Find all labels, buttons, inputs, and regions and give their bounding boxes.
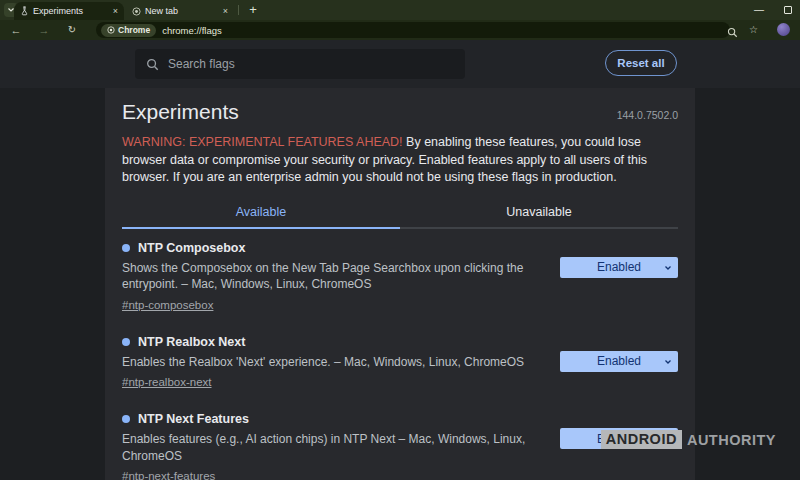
tab-strip: Experiments × New tab × + — [0,0,800,20]
chip-label: Chrome [118,25,150,35]
flag-info: NTP Composebox Shows the Composebox on t… [122,241,552,313]
flag-status-dot [122,244,130,252]
watermark-badge: ANDROID [601,430,682,449]
profile-avatar[interactable] [777,23,790,36]
experimental-warning: WARNING: EXPERIMENTAL FEATURES AHEAD! By… [122,134,678,187]
flag-title-line: NTP Composebox [122,241,552,255]
browser-window: Experiments × New tab × + — ← → ↻ Chrome… [0,0,800,480]
reset-all-button[interactable]: Reset all [605,50,677,76]
flag-info: NTP Next Features Enables features (e.g.… [122,412,552,480]
search-box[interactable] [135,49,465,79]
reload-icon[interactable]: ↻ [64,20,80,40]
flag-name: NTP Realbox Next [138,335,245,349]
flag-title-line: NTP Realbox Next [122,335,552,349]
flag-row: NTP Realbox Next Enables the Realbox 'Ne… [122,335,678,391]
address-bar[interactable]: Chrome chrome://flags [96,22,730,38]
flag-permalink[interactable]: #ntp-next-features [122,470,215,480]
availability-tabs: Available Unavailable [122,198,678,229]
close-tab-icon[interactable]: × [113,7,118,16]
flag-row: NTP Composebox Shows the Composebox on t… [122,241,678,313]
version-number: 144.0.7502.0 [617,109,678,124]
flag-status-dot [122,415,130,423]
tab-unavailable[interactable]: Unavailable [400,198,678,229]
title-row: Experiments 144.0.7502.0 [122,100,678,124]
back-icon[interactable]: ← [8,20,24,40]
flag-description: Enables the Realbox 'Next' experience. –… [122,354,552,371]
url-text: chrome://flags [162,25,222,36]
minimize-icon[interactable]: — [754,5,764,15]
flag-description: Enables features (e.g., AI action chips)… [122,431,552,464]
flag-value-label: Enabled [597,260,641,274]
search-input[interactable] [168,57,454,71]
flags-page-content: Experiments 144.0.7502.0 WARNING: EXPERI… [105,88,695,480]
page-title: Experiments [122,100,239,124]
tab-experiments[interactable]: Experiments × [14,2,124,20]
flag-name: NTP Composebox [138,241,245,255]
bookmark-star-icon[interactable]: ☆ [749,23,758,37]
flag-value-select[interactable]: Enabled [560,257,678,278]
tab-divider [238,5,239,15]
warning-highlight: WARNING: EXPERIMENTAL FEATURES AHEAD! [122,135,403,149]
flag-info: NTP Realbox Next Enables the Realbox 'Ne… [122,335,552,391]
flag-control: Enabled [560,241,678,313]
tab-title: New tab [145,6,219,16]
forward-icon[interactable]: → [36,20,52,40]
tab-available[interactable]: Available [122,198,400,229]
globe-icon [132,7,141,16]
chevron-down-icon [664,358,672,366]
flags-header: Reset all [0,40,800,88]
close-tab-icon[interactable]: × [223,7,228,16]
chevron-down-icon [664,264,672,272]
flag-description: Shows the Composebox on the New Tab Page… [122,260,552,293]
search-icon [146,58,159,71]
maximize-icon[interactable] [784,6,792,14]
chrome-logo-icon [107,26,115,34]
flask-icon [20,6,29,16]
tab-new-tab[interactable]: New tab × [126,2,234,20]
flag-row: NTP Next Features Enables features (e.g.… [122,412,678,480]
flag-value-select[interactable]: Enabled [560,351,678,372]
flag-title-line: NTP Next Features [122,412,552,426]
flags-list: NTP Composebox Shows the Composebox on t… [122,241,678,480]
watermark: ANDROID AUTHORITY [601,430,776,449]
flag-permalink[interactable]: #ntp-realbox-next [122,376,212,388]
browser-toolbar: ← → ↻ Chrome chrome://flags ☆ [0,20,800,40]
tab-title: Experiments [33,6,109,16]
watermark-text: AUTHORITY [687,432,776,448]
flag-permalink[interactable]: #ntp-composebox [122,299,213,311]
flag-name: NTP Next Features [138,412,249,426]
flag-control: Enabled [560,335,678,391]
flag-value-label: Enabled [597,354,641,368]
new-tab-button[interactable]: + [245,2,261,18]
chrome-chip: Chrome [101,24,156,37]
flag-status-dot [122,338,130,346]
window-controls: — [754,0,792,20]
